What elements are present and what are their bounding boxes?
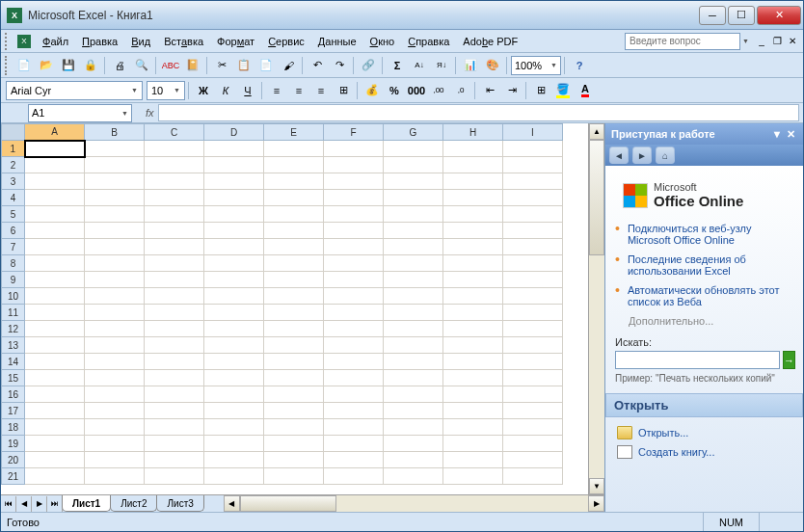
bold-button[interactable]: Ж (193, 80, 214, 101)
cell-G10[interactable] (384, 288, 443, 305)
cell-D12[interactable] (204, 321, 264, 337)
save-button[interactable]: 💾 (58, 55, 79, 76)
cell-H18[interactable] (443, 419, 503, 436)
cell-D13[interactable] (204, 337, 264, 354)
cell-B6[interactable] (85, 223, 145, 239)
cell-H14[interactable] (443, 354, 503, 370)
cell-C6[interactable] (145, 223, 204, 239)
cell-F10[interactable] (324, 288, 384, 305)
cell-H1[interactable] (443, 141, 503, 157)
open-file-link[interactable]: Открыть... (615, 423, 793, 442)
row-header-3[interactable]: 3 (2, 173, 25, 190)
cell-I19[interactable] (503, 436, 563, 452)
cell-F16[interactable] (324, 386, 384, 403)
create-workbook-link[interactable]: Создать книгу... (615, 442, 793, 462)
row-header-19[interactable]: 19 (2, 436, 25, 452)
row-header-20[interactable]: 20 (2, 452, 25, 468)
menu-format[interactable]: Формат (210, 34, 261, 49)
cell-A11[interactable] (25, 305, 85, 321)
row-header-16[interactable]: 16 (2, 386, 25, 403)
cell-H15[interactable] (443, 370, 503, 386)
cell-D1[interactable] (204, 141, 264, 157)
cell-G16[interactable] (384, 386, 443, 403)
cell-I9[interactable] (503, 272, 563, 288)
cell-E3[interactable] (264, 173, 324, 190)
doc-close-button[interactable]: ✕ (786, 35, 799, 48)
cell-F17[interactable] (324, 403, 384, 419)
underline-button[interactable]: Ч (237, 80, 258, 101)
cell-F18[interactable] (324, 419, 384, 436)
cell-H13[interactable] (443, 337, 503, 354)
cell-E6[interactable] (264, 223, 324, 239)
help-button[interactable]: ? (569, 55, 590, 76)
merge-center-button[interactable]: ⊞ (333, 80, 354, 101)
cell-H2[interactable] (443, 157, 503, 173)
cell-G18[interactable] (384, 419, 443, 436)
column-header-C[interactable]: C (145, 124, 204, 141)
decrease-decimal-button[interactable]: ,0 (450, 80, 471, 101)
cell-H19[interactable] (443, 436, 503, 452)
cell-A4[interactable] (25, 190, 85, 206)
cell-A14[interactable] (25, 354, 85, 370)
cell-H17[interactable] (443, 403, 503, 419)
cell-A7[interactable] (25, 239, 85, 255)
row-header-12[interactable]: 12 (2, 321, 25, 337)
menu-view[interactable]: Вид (124, 34, 157, 49)
italic-button[interactable]: К (215, 80, 236, 101)
cell-F13[interactable] (324, 337, 384, 354)
cell-E14[interactable] (264, 354, 324, 370)
decrease-indent-button[interactable]: ⇤ (479, 80, 500, 101)
row-header-15[interactable]: 15 (2, 370, 25, 386)
cell-F3[interactable] (324, 173, 384, 190)
tab-nav-next[interactable]: ▶ (32, 496, 47, 512)
horizontal-scrollbar[interactable]: ◀ ▶ (224, 495, 604, 512)
open-button[interactable]: 📂 (36, 55, 57, 76)
tab-nav-prev[interactable]: ◀ (16, 496, 32, 512)
cell-F11[interactable] (324, 305, 384, 321)
cell-D8[interactable] (204, 255, 264, 272)
minimize-button[interactable]: ─ (699, 6, 726, 25)
cell-B10[interactable] (85, 288, 145, 305)
comma-button[interactable]: 000 (406, 80, 427, 101)
help-search-input[interactable] (625, 33, 740, 50)
cell-E18[interactable] (264, 419, 324, 436)
increase-indent-button[interactable]: ⇥ (501, 80, 523, 101)
cell-I8[interactable] (503, 255, 563, 272)
font-color-button[interactable]: A (575, 80, 596, 101)
cell-B18[interactable] (85, 419, 145, 436)
cell-E12[interactable] (264, 321, 324, 337)
drawing-button[interactable]: 🎨 (482, 55, 503, 76)
cell-F6[interactable] (324, 223, 384, 239)
cell-H12[interactable] (443, 321, 503, 337)
cell-H20[interactable] (443, 452, 503, 468)
row-header-1[interactable]: 1 (2, 141, 25, 157)
more-link[interactable]: Дополнительно... (629, 315, 793, 327)
cell-F1[interactable] (324, 141, 384, 157)
cell-H16[interactable] (443, 386, 503, 403)
cell-C4[interactable] (145, 190, 204, 206)
cell-B9[interactable] (85, 272, 145, 288)
cell-G7[interactable] (384, 239, 443, 255)
column-header-H[interactable]: H (443, 124, 503, 141)
cell-D3[interactable] (204, 173, 264, 190)
cell-I4[interactable] (503, 190, 563, 206)
cell-B7[interactable] (85, 239, 145, 255)
print-preview-button[interactable]: 🔍 (131, 55, 152, 76)
cell-G11[interactable] (384, 305, 443, 321)
print-button[interactable]: 🖨 (109, 55, 130, 76)
fill-color-button[interactable]: 🪣 (552, 80, 574, 101)
cell-F15[interactable] (324, 370, 384, 386)
zoom-combo[interactable]: 100%▼ (511, 56, 561, 75)
cell-D10[interactable] (204, 288, 264, 305)
cell-A13[interactable] (25, 337, 85, 354)
menu-file[interactable]: Файл (36, 34, 75, 49)
cell-H7[interactable] (443, 239, 503, 255)
cell-D6[interactable] (204, 223, 264, 239)
cell-B12[interactable] (85, 321, 145, 337)
toolbar-handle[interactable] (5, 56, 11, 75)
column-header-E[interactable]: E (264, 124, 324, 141)
scroll-left-button[interactable]: ◀ (224, 495, 240, 512)
row-header-13[interactable]: 13 (2, 337, 25, 354)
cell-F2[interactable] (324, 157, 384, 173)
cell-F12[interactable] (324, 321, 384, 337)
